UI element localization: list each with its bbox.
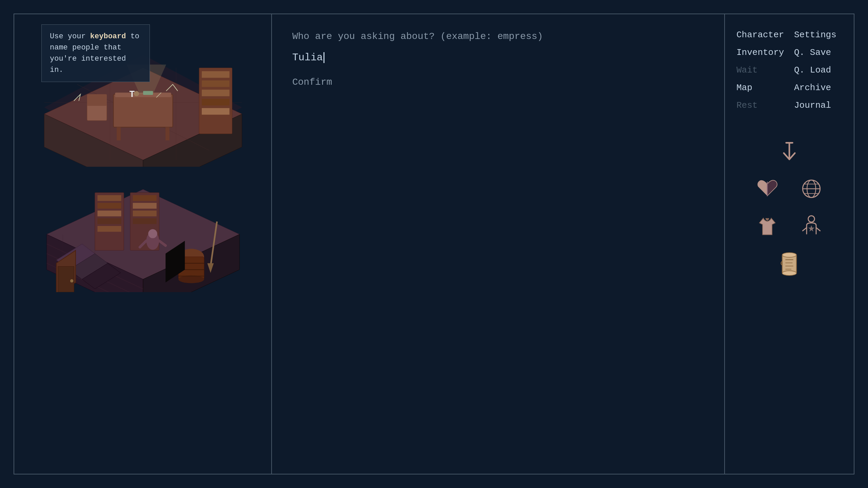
heart-icon[interactable] (755, 177, 779, 201)
svg-rect-38 (97, 203, 121, 209)
menu-map[interactable]: Map (735, 81, 786, 95)
svg-rect-16 (202, 71, 230, 78)
app: Use your keyboard to name people that yo… (0, 0, 868, 488)
svg-rect-14 (87, 94, 107, 106)
tooltip-bold: keyboard (90, 32, 126, 41)
menu-grid: Character Settings Inventory Q. Save Wai… (735, 28, 844, 113)
icons-area (735, 133, 844, 275)
svg-line-74 (816, 228, 820, 231)
svg-rect-13 (87, 104, 107, 121)
globe-icon[interactable] (800, 177, 823, 201)
right-panel: Character Settings Inventory Q. Save Wai… (725, 14, 854, 474)
svg-point-52 (178, 276, 204, 283)
text-cursor (323, 52, 324, 63)
svg-rect-19 (202, 99, 230, 105)
svg-rect-17 (202, 80, 230, 87)
svg-rect-24 (143, 91, 153, 95)
arrow-down-icon[interactable] (777, 140, 801, 163)
svg-rect-48 (58, 266, 74, 292)
svg-rect-46 (133, 218, 157, 224)
svg-rect-37 (97, 195, 121, 201)
svg-rect-44 (133, 203, 157, 209)
svg-rect-18 (202, 90, 230, 96)
svg-marker-72 (808, 225, 815, 232)
icon-row-scroll (777, 251, 801, 275)
svg-rect-11 (117, 127, 121, 140)
tooltip-box: Use your keyboard to name people that yo… (41, 24, 150, 82)
svg-point-23 (134, 91, 139, 96)
menu-inventory[interactable]: Inventory (735, 45, 786, 60)
menu-settings[interactable]: Settings (793, 28, 844, 42)
menu-qsave[interactable]: Q. Save (793, 45, 844, 60)
svg-point-77 (782, 271, 796, 276)
menu-qload[interactable]: Q. Load (793, 63, 844, 77)
menu-character[interactable]: Character (735, 28, 786, 42)
room-bottom (24, 170, 262, 292)
svg-rect-9 (114, 94, 173, 127)
menu-rest: Rest (735, 98, 786, 113)
svg-point-71 (808, 216, 815, 222)
svg-rect-12 (165, 127, 170, 140)
svg-text:T: T (129, 89, 135, 100)
svg-point-57 (148, 229, 157, 238)
input-text: Tulia (292, 52, 323, 63)
confirm-button[interactable]: Confirm (292, 77, 332, 87)
icon-row-shirt-star (755, 214, 823, 238)
svg-point-49 (70, 279, 73, 282)
svg-line-73 (803, 228, 807, 231)
icon-row-arrow (777, 140, 801, 163)
scroll-icon[interactable] (777, 251, 801, 275)
query-prompt: Who are you asking about? (example: empr… (292, 31, 704, 42)
svg-rect-45 (133, 210, 157, 216)
icon-row-heart-globe (755, 177, 823, 201)
query-input-display: Tulia (292, 52, 704, 63)
menu-journal[interactable]: Journal (793, 98, 844, 113)
svg-rect-40 (97, 218, 121, 224)
tooltip-prefix: Use your (50, 32, 90, 41)
svg-point-76 (782, 253, 796, 258)
svg-rect-41 (97, 226, 121, 232)
svg-rect-39 (97, 210, 121, 216)
menu-archive[interactable]: Archive (793, 81, 844, 95)
svg-rect-43 (133, 195, 157, 201)
left-panel: Use your keyboard to name people that yo… (14, 14, 272, 474)
star-person-icon[interactable] (800, 214, 823, 238)
menu-wait: Wait (735, 63, 786, 77)
middle-panel: Who are you asking about? (example: empr… (272, 14, 725, 474)
shirt-icon[interactable] (755, 214, 779, 238)
svg-rect-20 (202, 108, 230, 115)
main-container: Use your keyboard to name people that yo… (14, 14, 854, 474)
